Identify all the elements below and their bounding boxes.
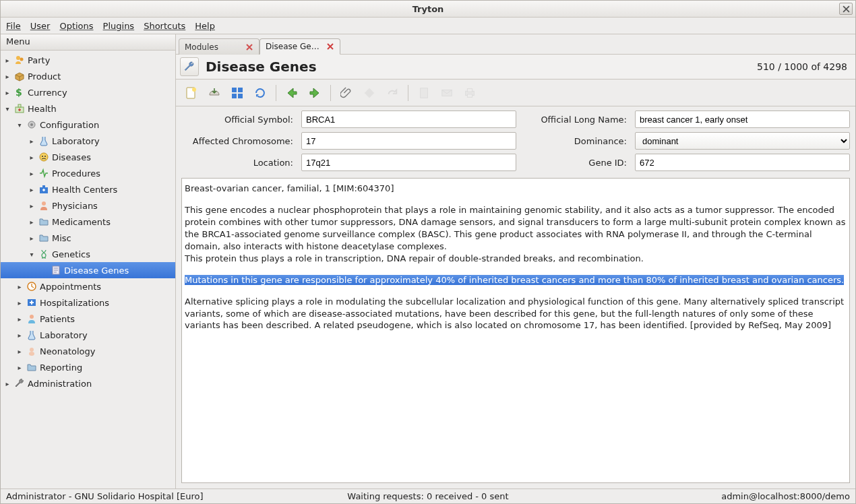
tree-item-diseases[interactable]: ▸Diseases	[1, 149, 175, 165]
tab-modules[interactable]: Modules	[179, 38, 259, 55]
chevron-right-icon[interactable]: ▸	[28, 170, 36, 177]
svg-rect-11	[42, 185, 45, 188]
svg-rect-23	[232, 94, 237, 98]
tree-item-genetics[interactable]: ▾Genetics	[1, 246, 175, 262]
previous-button[interactable]	[283, 84, 301, 102]
description-highlighted: Mutations in this gene are responsible f…	[185, 274, 847, 286]
tree-item-physicians[interactable]: ▸Physicians	[1, 197, 175, 214]
menu-help[interactable]: Help	[195, 21, 215, 31]
tree-item-label: Procedures	[52, 168, 100, 179]
chevron-right-icon[interactable]: ▸	[16, 315, 24, 323]
redo-icon	[386, 87, 398, 99]
menu-plugins[interactable]: Plugins	[103, 21, 135, 31]
folder-icon	[38, 216, 49, 227]
menu-user[interactable]: User	[30, 21, 51, 31]
content-header: Disease Genes 510 / 1000 of 4298	[176, 55, 855, 80]
chevron-right-icon[interactable]: ▸	[3, 73, 11, 80]
tree-item-misc[interactable]: ▸Misc	[1, 230, 175, 246]
chevron-right-icon[interactable]: ▸	[16, 332, 24, 339]
svg-point-17	[30, 348, 34, 352]
chevron-right-icon[interactable]: ▸	[28, 234, 36, 242]
gene-id-input[interactable]	[635, 154, 850, 171]
svg-point-8	[42, 156, 43, 157]
svg-rect-4	[18, 104, 21, 107]
tree-item-procedures[interactable]: ▸Procedures	[1, 165, 175, 181]
tree-item-currency[interactable]: ▸$Currency	[1, 84, 175, 100]
chevron-right-icon[interactable]: ▸	[28, 218, 36, 226]
reload-button[interactable]	[251, 84, 269, 102]
chevron-right-icon[interactable]: ▸	[16, 348, 24, 355]
tab-close-button[interactable]	[326, 42, 334, 51]
tree-item-hospitalizations[interactable]: ▸Hospitalizations	[1, 294, 175, 311]
chevron-right-icon[interactable]: ▸	[16, 283, 24, 290]
location-input[interactable]	[301, 154, 516, 171]
tree-item-medicaments[interactable]: ▸Medicaments	[1, 214, 175, 230]
tab-disease-genes[interactable]: Disease Ge…	[259, 38, 340, 55]
doc-icon	[51, 265, 61, 276]
chevron-right-icon[interactable]: ▸	[28, 186, 36, 193]
chevron-right-icon[interactable]: ▸	[3, 380, 11, 387]
dominance-select[interactable]: dominant	[635, 132, 850, 150]
tree-item-appointments[interactable]: ▸Appointments	[1, 278, 175, 294]
tree-item-laboratory[interactable]: ▸Laboratory	[1, 133, 175, 149]
affected-chromosome-label: Affected Chromosome:	[181, 136, 296, 146]
chevron-right-icon[interactable]: ▸	[28, 202, 36, 210]
chevron-right-icon[interactable]: ▸	[16, 299, 24, 307]
svg-point-0	[16, 56, 20, 60]
titlebar: Tryton	[1, 1, 855, 18]
official-symbol-input[interactable]	[301, 111, 516, 128]
report-icon	[418, 87, 430, 99]
tab-close-button[interactable]	[245, 43, 253, 51]
toolbar-separator	[276, 85, 276, 101]
health-icon	[14, 103, 25, 114]
official-long-name-label: Official Long Name:	[522, 115, 630, 125]
next-button[interactable]	[306, 84, 324, 102]
report-button	[415, 84, 433, 102]
chevron-right-icon[interactable]: ▸	[28, 154, 36, 161]
tree-item-health-centers[interactable]: ▸Health Centers	[1, 181, 175, 197]
menu-file[interactable]: File	[6, 21, 21, 31]
print-button	[461, 84, 479, 102]
chevron-down-icon[interactable]: ▾	[16, 121, 24, 129]
tree-item-administration[interactable]: ▸Administration	[1, 375, 175, 391]
switch-view-button[interactable]	[228, 84, 246, 102]
chevron-right-icon[interactable]: ▸	[16, 364, 24, 371]
action-button	[361, 84, 378, 102]
tree-item-label: Genetics	[52, 249, 90, 259]
official-long-name-input[interactable]	[635, 111, 850, 128]
tree-item-disease-genes[interactable]: ▸Disease Genes	[1, 262, 175, 278]
tree-item-laboratory[interactable]: ▸Laboratory	[1, 327, 175, 343]
description-textarea[interactable]: Breast-ovarian cancer, familial, 1 [MIM:…	[181, 178, 850, 483]
new-record-button[interactable]	[183, 84, 200, 102]
tree-item-patients[interactable]: ▸Patients	[1, 311, 175, 327]
currency-icon: $	[14, 87, 25, 98]
chevron-right-icon[interactable]: ▸	[3, 57, 11, 64]
save-button[interactable]	[206, 84, 223, 102]
attach-button[interactable]	[338, 84, 355, 102]
tree-item-product[interactable]: ▸Product	[1, 68, 175, 84]
svg-point-18	[29, 352, 34, 356]
menu-shortcuts[interactable]: Shortcuts	[144, 21, 185, 31]
chevron-down-icon[interactable]: ▾	[28, 251, 36, 258]
tree-item-configuration[interactable]: ▾Configuration	[1, 117, 175, 133]
menu-options[interactable]: Options	[59, 21, 93, 31]
tree-item-party[interactable]: ▸Party	[1, 52, 175, 68]
affected-chromosome-input[interactable]	[301, 132, 516, 150]
chevron-right-icon[interactable]: ▸	[3, 89, 11, 96]
tree-item-health[interactable]: ▾Health	[1, 100, 175, 117]
tree-item-neonatology[interactable]: ▸Neonatology	[1, 343, 175, 359]
tree-item-reporting[interactable]: ▸Reporting	[1, 359, 175, 375]
nav-tree[interactable]: ▸Party▸Product▸$Currency▾Health▾Configur…	[1, 51, 175, 489]
official-symbol-label: Official Symbol:	[181, 115, 296, 125]
close-icon	[843, 5, 850, 13]
window-close-button[interactable]	[839, 3, 853, 15]
view-switch-button[interactable]	[180, 57, 199, 76]
genetics-icon	[38, 249, 49, 259]
chevron-down-icon[interactable]: ▾	[3, 105, 11, 113]
tree-item-label: Patients	[40, 314, 75, 324]
toolbar-separator	[330, 85, 331, 101]
svg-rect-25	[421, 88, 428, 97]
folder-icon	[26, 362, 37, 373]
patients-icon	[26, 313, 37, 324]
chevron-right-icon[interactable]: ▸	[28, 137, 36, 145]
